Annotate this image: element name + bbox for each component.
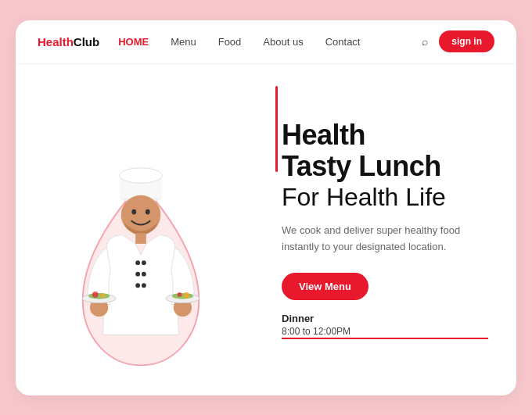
chef-image [59, 130, 223, 395]
svg-point-9 [135, 271, 140, 276]
chef-area [16, 64, 266, 395]
view-menu-button[interactable]: View Menu [282, 273, 368, 300]
nav-contact[interactable]: Contact [325, 36, 361, 48]
nav-home[interactable]: HOME [118, 36, 149, 48]
svg-point-3 [121, 195, 160, 234]
svg-point-5 [146, 209, 150, 214]
nav-food[interactable]: Food [218, 36, 242, 48]
svg-point-2 [120, 167, 162, 182]
app-container: Health Club HOME Menu Food About us Cont… [16, 20, 516, 395]
navbar: Health Club HOME Menu Food About us Cont… [16, 20, 516, 64]
svg-point-17 [101, 292, 106, 297]
hero-subtitle: For Health Life [282, 182, 488, 212]
svg-point-21 [178, 292, 182, 297]
svg-point-8 [142, 260, 146, 265]
logo-club: Club [74, 35, 99, 48]
dinner-info: Dinner 8:00 to 12:00PM [282, 313, 488, 339]
svg-point-20 [172, 292, 193, 299]
nav-right: ⌕ sign in [422, 30, 494, 52]
accent-line [275, 86, 278, 172]
search-icon[interactable]: ⌕ [422, 35, 428, 48]
hero-title-line1: Health [282, 120, 488, 151]
svg-point-22 [183, 292, 189, 299]
svg-point-7 [135, 260, 140, 265]
nav-menu[interactable]: Menu [171, 36, 196, 48]
svg-point-10 [142, 271, 146, 276]
dinner-label: Dinner [282, 313, 488, 324]
hero-text: Health Tasty Lunch For Health Life We co… [266, 64, 516, 395]
dinner-time: 8:00 to 12:00PM [282, 326, 488, 339]
chef-svg [63, 138, 219, 395]
main-content: Health Tasty Lunch For Health Life We co… [16, 64, 516, 395]
signin-button[interactable]: sign in [439, 30, 494, 52]
svg-point-16 [92, 292, 99, 298]
logo-health: Health [38, 35, 74, 48]
svg-point-12 [142, 283, 146, 288]
svg-point-15 [88, 292, 110, 299]
svg-point-4 [131, 209, 136, 214]
nav-about[interactable]: About us [263, 36, 303, 48]
nav-links: HOME Menu Food About us Contact [118, 36, 422, 48]
logo: Health Club [38, 35, 99, 48]
svg-rect-6 [135, 233, 146, 244]
hero-description: We cook and deliver super healthy food i… [282, 223, 469, 256]
hero-title-line2: Tasty Lunch [282, 151, 488, 182]
svg-point-11 [135, 283, 140, 288]
